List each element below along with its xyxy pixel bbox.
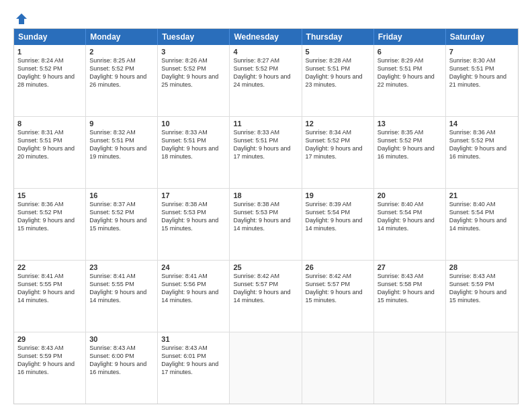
sunset-text: Sunset: 5:57 PM <box>233 280 298 288</box>
sunrise-text: Sunrise: 8:36 AM <box>17 200 82 208</box>
table-row: 7 Sunrise: 8:30 AM Sunset: 5:51 PM Dayli… <box>446 45 518 116</box>
sunrise-text: Sunrise: 8:26 AM <box>161 56 226 64</box>
day-number: 4 <box>233 48 298 56</box>
day-number: 11 <box>233 120 298 128</box>
sunrise-text: Sunrise: 8:24 AM <box>17 56 82 64</box>
cell-info: Sunrise: 8:28 AM Sunset: 5:51 PM Dayligh… <box>306 56 370 89</box>
cell-info: Sunrise: 8:43 AM Sunset: 6:00 PM Dayligh… <box>89 344 154 377</box>
daylight-text: Daylight: 9 hours and 25 minutes. <box>161 73 226 89</box>
daylight-text: Daylight: 9 hours and 14 minutes. <box>233 288 298 304</box>
daylight-text: Daylight: 9 hours and 22 minutes. <box>378 73 442 89</box>
daylight-text: Daylight: 9 hours and 14 minutes. <box>89 288 154 304</box>
calendar-body: 1 Sunrise: 8:24 AM Sunset: 5:52 PM Dayli… <box>14 45 518 404</box>
sunset-text: Sunset: 5:54 PM <box>306 208 370 216</box>
table-row: 31 Sunrise: 8:43 AM Sunset: 6:01 PM Dayl… <box>158 332 230 404</box>
sunset-text: Sunset: 5:54 PM <box>378 208 442 216</box>
day-number: 30 <box>89 335 154 343</box>
day-number: 13 <box>378 120 442 128</box>
daylight-text: Daylight: 9 hours and 16 minutes. <box>449 144 515 161</box>
cell-info: Sunrise: 8:41 AM Sunset: 5:56 PM Dayligh… <box>161 272 226 305</box>
sunset-text: Sunset: 5:55 PM <box>89 280 154 288</box>
daylight-text: Daylight: 9 hours and 14 minutes. <box>378 216 442 232</box>
sunset-text: Sunset: 5:52 PM <box>89 208 154 216</box>
day-number: 1 <box>17 48 82 56</box>
sunrise-text: Sunrise: 8:39 AM <box>306 200 370 208</box>
daylight-text: Daylight: 9 hours and 21 minutes. <box>449 73 515 89</box>
svg-marker-0 <box>16 13 27 24</box>
day-number: 18 <box>233 191 298 199</box>
sunset-text: Sunset: 5:53 PM <box>233 208 298 216</box>
day-number: 27 <box>378 263 442 271</box>
header-wednesday: Wednesday <box>230 29 302 45</box>
table-row: 6 Sunrise: 8:29 AM Sunset: 5:51 PM Dayli… <box>374 45 446 116</box>
sunrise-text: Sunrise: 8:42 AM <box>306 272 370 280</box>
cell-info: Sunrise: 8:29 AM Sunset: 5:51 PM Dayligh… <box>378 56 442 89</box>
day-number: 23 <box>89 263 154 271</box>
day-number: 21 <box>449 191 515 199</box>
cell-info: Sunrise: 8:43 AM Sunset: 5:59 PM Dayligh… <box>17 344 82 377</box>
daylight-text: Daylight: 9 hours and 15 minutes. <box>17 216 82 232</box>
sunset-text: Sunset: 5:52 PM <box>89 64 154 73</box>
day-number: 15 <box>17 191 82 199</box>
logo <box>13 12 28 23</box>
table-row: 21 Sunrise: 8:40 AM Sunset: 5:54 PM Dayl… <box>446 189 518 260</box>
logo-text <box>13 12 28 26</box>
sunrise-text: Sunrise: 8:43 AM <box>89 344 154 352</box>
day-number: 29 <box>17 335 82 343</box>
daylight-text: Daylight: 9 hours and 16 minutes. <box>17 360 82 376</box>
table-row <box>374 332 446 404</box>
sunset-text: Sunset: 5:51 PM <box>306 64 370 73</box>
daylight-text: Daylight: 9 hours and 28 minutes. <box>17 73 82 89</box>
table-row: 15 Sunrise: 8:36 AM Sunset: 5:52 PM Dayl… <box>14 189 86 260</box>
table-row: 29 Sunrise: 8:43 AM Sunset: 5:59 PM Dayl… <box>14 332 86 404</box>
calendar: Sunday Monday Tuesday Wednesday Thursday… <box>13 28 519 404</box>
daylight-text: Daylight: 9 hours and 26 minutes. <box>89 73 154 89</box>
cell-info: Sunrise: 8:38 AM Sunset: 5:53 PM Dayligh… <box>233 200 298 233</box>
day-number: 14 <box>449 120 515 128</box>
sunset-text: Sunset: 5:58 PM <box>378 280 442 288</box>
cell-info: Sunrise: 8:33 AM Sunset: 5:51 PM Dayligh… <box>233 128 298 161</box>
table-row: 25 Sunrise: 8:42 AM Sunset: 5:57 PM Dayl… <box>230 261 302 332</box>
sunrise-text: Sunrise: 8:30 AM <box>449 56 515 64</box>
sunrise-text: Sunrise: 8:41 AM <box>89 272 154 280</box>
day-number: 6 <box>378 48 442 56</box>
daylight-text: Daylight: 9 hours and 16 minutes. <box>378 144 442 161</box>
logo-icon <box>15 12 28 26</box>
daylight-text: Daylight: 9 hours and 15 minutes. <box>161 216 226 232</box>
table-row <box>230 332 302 404</box>
cell-info: Sunrise: 8:40 AM Sunset: 5:54 PM Dayligh… <box>378 200 442 233</box>
day-number: 12 <box>306 120 370 128</box>
daylight-text: Daylight: 9 hours and 20 minutes. <box>17 144 82 161</box>
sunset-text: Sunset: 5:52 PM <box>449 136 515 144</box>
sunrise-text: Sunrise: 8:38 AM <box>233 200 298 208</box>
header-thursday: Thursday <box>302 29 374 45</box>
day-number: 26 <box>306 263 370 271</box>
day-number: 25 <box>233 263 298 271</box>
sunrise-text: Sunrise: 8:28 AM <box>306 56 370 64</box>
daylight-text: Daylight: 9 hours and 24 minutes. <box>233 73 298 89</box>
day-number: 19 <box>306 191 370 199</box>
sunrise-text: Sunrise: 8:40 AM <box>449 200 515 208</box>
header-monday: Monday <box>86 29 158 45</box>
daylight-text: Daylight: 9 hours and 15 minutes. <box>89 216 154 232</box>
sunrise-text: Sunrise: 8:34 AM <box>306 128 370 136</box>
table-row: 4 Sunrise: 8:27 AM Sunset: 5:52 PM Dayli… <box>230 45 302 116</box>
table-row: 14 Sunrise: 8:36 AM Sunset: 5:52 PM Dayl… <box>446 117 518 188</box>
table-row: 27 Sunrise: 8:43 AM Sunset: 5:58 PM Dayl… <box>374 261 446 332</box>
daylight-text: Daylight: 9 hours and 15 minutes. <box>306 288 370 304</box>
daylight-text: Daylight: 9 hours and 17 minutes. <box>233 144 298 161</box>
table-row: 18 Sunrise: 8:38 AM Sunset: 5:53 PM Dayl… <box>230 189 302 260</box>
sunrise-text: Sunrise: 8:38 AM <box>161 200 226 208</box>
day-number: 22 <box>17 263 82 271</box>
calendar-header: Sunday Monday Tuesday Wednesday Thursday… <box>14 29 518 45</box>
table-row: 22 Sunrise: 8:41 AM Sunset: 5:55 PM Dayl… <box>14 261 86 332</box>
cell-info: Sunrise: 8:41 AM Sunset: 5:55 PM Dayligh… <box>89 272 154 305</box>
daylight-text: Daylight: 9 hours and 14 minutes. <box>449 216 515 232</box>
sunrise-text: Sunrise: 8:43 AM <box>378 272 442 280</box>
table-row: 9 Sunrise: 8:32 AM Sunset: 5:51 PM Dayli… <box>86 117 158 188</box>
table-row: 20 Sunrise: 8:40 AM Sunset: 5:54 PM Dayl… <box>374 189 446 260</box>
table-row: 16 Sunrise: 8:37 AM Sunset: 5:52 PM Dayl… <box>86 189 158 260</box>
cell-info: Sunrise: 8:39 AM Sunset: 5:54 PM Dayligh… <box>306 200 370 233</box>
daylight-text: Daylight: 9 hours and 16 minutes. <box>89 360 154 376</box>
sunset-text: Sunset: 6:01 PM <box>161 352 226 360</box>
